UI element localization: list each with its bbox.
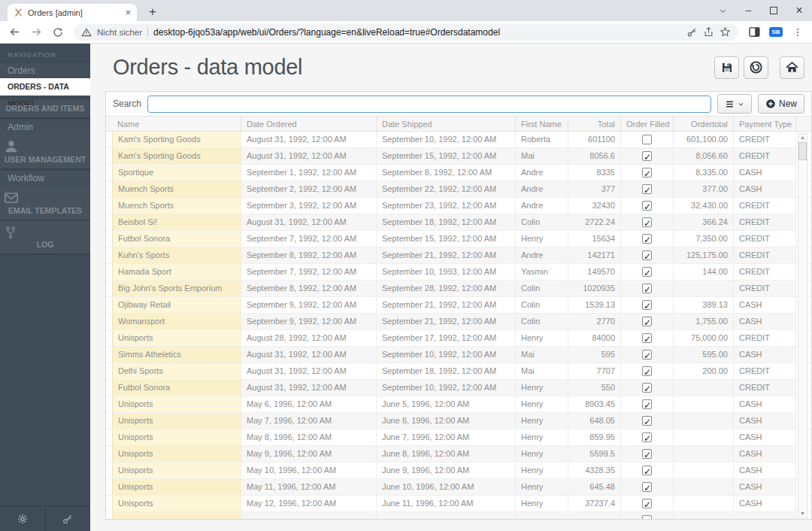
table-row[interactable]: Delhi SportsAugust 31, 1992, 12:00 AMSep… xyxy=(106,363,811,380)
search-input[interactable] xyxy=(147,96,711,113)
browser-menu-dots-icon[interactable] xyxy=(789,23,807,41)
security-warning-label[interactable]: Nicht sicher xyxy=(97,28,142,37)
warning-triangle-icon[interactable] xyxy=(81,27,92,38)
order-filled-checkbox[interactable] xyxy=(642,300,652,310)
order-filled-checkbox[interactable] xyxy=(642,151,652,161)
table-row[interactable]: Futbol SonoraSeptember 7, 1992, 12:00 AM… xyxy=(106,231,811,247)
column-header-total[interactable]: Total xyxy=(568,117,621,131)
column-header-date_ordered[interactable]: Date Ordered xyxy=(241,117,377,131)
table-row[interactable]: Kam's Sporting GoodsAugust 31, 1992, 12:… xyxy=(106,148,811,165)
table-row[interactable]: Kuhn's SportsSeptember 8, 1992, 12:00 AM… xyxy=(106,247,811,264)
column-header-payment_type[interactable]: Payment Type xyxy=(734,117,796,131)
table-row[interactable]: Kam's Sporting GoodsAugust 31, 1992, 12:… xyxy=(106,132,811,148)
scroll-down-icon[interactable]: ▼ xyxy=(800,510,805,517)
order-filled-checkbox[interactable] xyxy=(642,432,652,442)
table-row[interactable]: UnisportsMay 12, 1996, 12:00 AMJune 11, … xyxy=(106,496,811,512)
order-filled-checkbox[interactable] xyxy=(642,350,652,360)
back-icon[interactable] xyxy=(5,23,23,41)
order-filled-checkbox[interactable] xyxy=(642,515,652,520)
order-filled-checkbox[interactable] xyxy=(642,499,652,508)
grid-menu-button[interactable] xyxy=(717,94,752,114)
table-row[interactable]: Hamada SportSeptember 7, 1992, 12:00 AMS… xyxy=(106,264,811,281)
cell-date_shipped: September 10, 1992, 12:00 AM xyxy=(377,347,516,363)
maximize-button[interactable] xyxy=(761,0,786,21)
minimize-button[interactable] xyxy=(735,0,761,21)
table-row[interactable]: Ojibway RetailSeptember 9, 1992, 12:00 A… xyxy=(106,297,811,314)
table-row[interactable] xyxy=(106,512,811,520)
table-row[interactable]: Big John's Sports EmporiumSeptember 8, 1… xyxy=(106,281,811,297)
order-filled-checkbox[interactable] xyxy=(642,416,652,426)
table-row[interactable]: Muench SportsSeptember 3, 1992, 12:00 AM… xyxy=(106,198,811,214)
order-filled-checkbox[interactable] xyxy=(642,482,652,492)
order-filled-checkbox[interactable] xyxy=(642,184,652,194)
password-key-icon[interactable] xyxy=(686,26,698,38)
key-button[interactable] xyxy=(46,506,91,531)
forward-icon[interactable] xyxy=(27,23,45,41)
cell-date_ordered: May 12, 1996, 12:00 AM xyxy=(241,496,377,511)
vertical-scrollbar[interactable]: ▲ ▼ xyxy=(798,133,807,518)
save-button[interactable] xyxy=(714,56,739,79)
order-filled-checkbox[interactable] xyxy=(642,201,652,211)
browser-tab[interactable]: Orders [admin] × xyxy=(8,4,137,21)
column-header-date_shipped[interactable]: Date Shipped xyxy=(377,117,516,131)
order-filled-checkbox[interactable] xyxy=(642,366,652,376)
extension-icon[interactable]: SIB xyxy=(767,23,785,41)
table-row[interactable]: Futbol SonoraAugust 31, 1992, 12:00 AMSe… xyxy=(106,380,811,396)
order-filled-checkbox[interactable] xyxy=(642,135,652,144)
order-filled-checkbox[interactable] xyxy=(642,267,652,277)
scrollbar-thumb[interactable] xyxy=(798,142,807,160)
order-filled-checkbox[interactable] xyxy=(642,317,652,326)
side-panel-icon[interactable] xyxy=(745,23,763,41)
share-icon[interactable] xyxy=(703,26,714,38)
order-filled-checkbox[interactable] xyxy=(642,284,652,293)
scroll-up-icon[interactable]: ▲ xyxy=(800,134,805,141)
cell-order_filled xyxy=(621,463,674,478)
order-filled-checkbox[interactable] xyxy=(642,168,652,178)
table-row[interactable]: UnisportsMay 7, 1996, 12:00 AMJune 6, 19… xyxy=(106,413,811,429)
column-header-ordertotal[interactable]: Ordertotal xyxy=(674,117,734,131)
table-row[interactable]: UnisportsAugust 28, 1992, 12:00 AMSeptem… xyxy=(106,330,811,347)
sidebar-item-log[interactable]: LOG xyxy=(0,221,90,255)
column-header-order_filled[interactable]: Order Filled xyxy=(621,117,674,131)
table-row[interactable]: SportiqueSeptember 1, 1992, 12:00 AMSept… xyxy=(106,165,811,181)
order-filled-checkbox[interactable] xyxy=(642,466,652,475)
order-filled-checkbox[interactable] xyxy=(642,383,652,393)
home-button[interactable] xyxy=(780,56,804,79)
cell-payment_type: CASH xyxy=(734,496,796,511)
table-row[interactable]: UnisportsMay 11, 1996, 12:00 AMJune 10, … xyxy=(106,479,811,496)
reload-icon[interactable] xyxy=(49,23,67,41)
url-bar[interactable]: Nicht sicher desktop-6jqo53a/app/web/ui/… xyxy=(74,24,738,41)
table-row[interactable]: UnisportsMay 6, 1996, 12:00 AMJune 5, 19… xyxy=(106,396,811,413)
table-row[interactable]: UnisportsMay 8, 1996, 12:00 AMJune 7, 19… xyxy=(106,429,811,446)
bookmark-star-icon[interactable] xyxy=(720,26,731,38)
sidebar-item-orders-data-model[interactable]: ORDERS - DATA MODEL xyxy=(0,78,90,96)
sidebar-group-orders[interactable]: Orders xyxy=(0,63,90,78)
column-header-first_name[interactable]: First Name xyxy=(516,117,568,131)
new-tab-button[interactable]: + xyxy=(144,5,161,20)
chevron-down-icon xyxy=(738,101,744,108)
table-row[interactable]: Beisbol Si!August 31, 1992, 12:00 AMSept… xyxy=(106,214,811,231)
sidebar-item-user-management[interactable]: USER MANAGEMENT xyxy=(0,135,90,170)
order-filled-checkbox[interactable] xyxy=(642,217,652,227)
table-row[interactable]: Muench SportsSeptember 2, 1992, 12:00 AM… xyxy=(106,181,811,198)
table-row[interactable]: UnisportsMay 9, 1996, 12:00 AMJune 8, 19… xyxy=(106,446,811,463)
tab-close-icon[interactable]: × xyxy=(125,8,131,17)
table-row[interactable]: WomansportSeptember 9, 1992, 12:00 AMSep… xyxy=(106,314,811,330)
table-row[interactable]: UnisportsMay 10, 1996, 12:00 AMJune 9, 1… xyxy=(106,463,811,479)
table-row[interactable]: Simms AtheleticsAugust 31, 1992, 12:00 A… xyxy=(106,347,811,363)
order-filled-checkbox[interactable] xyxy=(642,399,652,409)
column-header-name[interactable]: Name xyxy=(112,117,241,131)
sidebar-group-admin[interactable]: Admin xyxy=(0,120,90,135)
order-filled-checkbox[interactable] xyxy=(642,250,652,260)
url-text[interactable]: desktop-6jqo53a/app/web/ui/Orders/?langu… xyxy=(153,27,681,38)
chevron-down-icon[interactable] xyxy=(710,0,735,21)
order-filled-checkbox[interactable] xyxy=(642,333,652,343)
order-filled-checkbox[interactable] xyxy=(642,449,652,459)
close-window-button[interactable]: × xyxy=(786,0,812,21)
sidebar-group-workflow[interactable]: Workflow xyxy=(0,171,90,186)
order-filled-checkbox[interactable] xyxy=(642,234,652,244)
sidebar-item-email-templates[interactable]: EMAIL TEMPLATES xyxy=(0,186,90,221)
settings-gear-button[interactable] xyxy=(0,506,46,531)
refresh-button[interactable] xyxy=(744,56,768,79)
new-button[interactable]: New xyxy=(758,94,804,114)
